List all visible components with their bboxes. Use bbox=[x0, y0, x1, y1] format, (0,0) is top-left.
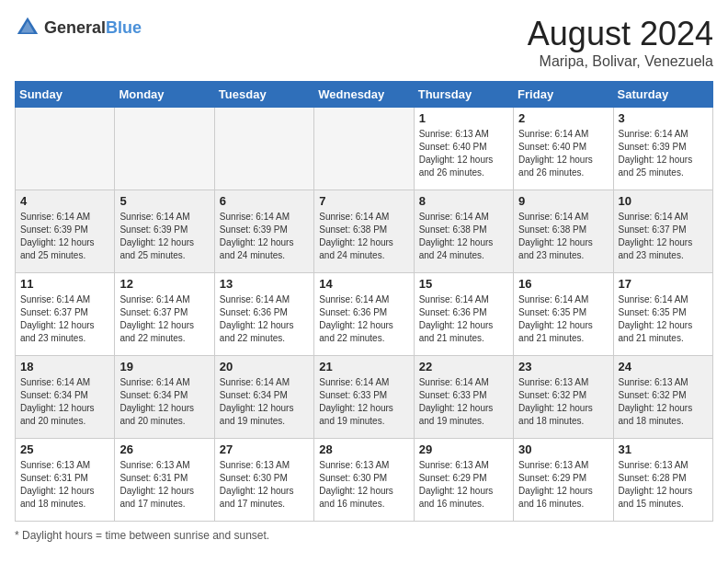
day-detail: Sunrise: 6:13 AM Sunset: 6:30 PM Dayligh… bbox=[220, 459, 309, 511]
day-detail: Sunrise: 6:14 AM Sunset: 6:33 PM Dayligh… bbox=[419, 376, 508, 428]
day-detail: Sunrise: 6:14 AM Sunset: 6:35 PM Dayligh… bbox=[518, 293, 608, 345]
day-detail: Sunrise: 6:14 AM Sunset: 6:39 PM Dayligh… bbox=[220, 211, 309, 262]
day-detail: Sunrise: 6:13 AM Sunset: 6:32 PM Dayligh… bbox=[518, 376, 608, 428]
day-detail: Sunrise: 6:14 AM Sunset: 6:36 PM Dayligh… bbox=[419, 293, 508, 345]
day-number: 23 bbox=[518, 360, 608, 373]
day-cell: 1Sunrise: 6:13 AM Sunset: 6:40 PM Daylig… bbox=[414, 108, 513, 190]
day-number: 17 bbox=[619, 277, 708, 291]
day-number: 16 bbox=[518, 277, 608, 291]
day-cell: 12Sunrise: 6:14 AM Sunset: 6:37 PM Dayli… bbox=[115, 273, 214, 356]
day-number: 14 bbox=[319, 277, 408, 291]
day-number: 22 bbox=[419, 360, 508, 373]
day-cell: 9Sunrise: 6:14 AM Sunset: 6:38 PM Daylig… bbox=[514, 190, 613, 273]
day-number: 11 bbox=[20, 277, 109, 291]
day-detail: Sunrise: 6:13 AM Sunset: 6:32 PM Dayligh… bbox=[619, 376, 708, 428]
day-cell: 20Sunrise: 6:14 AM Sunset: 6:34 PM Dayli… bbox=[214, 356, 313, 439]
logo-icon bbox=[15, 15, 40, 40]
day-cell: 15Sunrise: 6:14 AM Sunset: 6:36 PM Dayli… bbox=[414, 273, 513, 356]
day-header-tuesday: Tuesday bbox=[214, 82, 313, 108]
day-cell: 7Sunrise: 6:14 AM Sunset: 6:38 PM Daylig… bbox=[314, 190, 414, 273]
day-detail: Sunrise: 6:14 AM Sunset: 6:33 PM Dayligh… bbox=[319, 376, 408, 428]
day-cell: 30Sunrise: 6:13 AM Sunset: 6:29 PM Dayli… bbox=[514, 439, 613, 522]
day-cell: 27Sunrise: 6:13 AM Sunset: 6:30 PM Dayli… bbox=[214, 439, 313, 522]
day-header-thursday: Thursday bbox=[414, 82, 513, 108]
day-detail: Sunrise: 6:13 AM Sunset: 6:31 PM Dayligh… bbox=[119, 459, 209, 511]
day-header-saturday: Saturday bbox=[613, 82, 712, 108]
day-cell: 28Sunrise: 6:13 AM Sunset: 6:30 PM Dayli… bbox=[314, 439, 414, 522]
day-number: 5 bbox=[119, 194, 209, 208]
day-detail: Sunrise: 6:14 AM Sunset: 6:38 PM Dayligh… bbox=[419, 211, 508, 262]
day-number: 29 bbox=[419, 442, 508, 456]
day-detail: Sunrise: 6:14 AM Sunset: 6:34 PM Dayligh… bbox=[220, 376, 309, 428]
day-cell bbox=[214, 108, 313, 190]
day-detail: Sunrise: 6:13 AM Sunset: 6:40 PM Dayligh… bbox=[419, 128, 508, 179]
day-detail: Sunrise: 6:14 AM Sunset: 6:39 PM Dayligh… bbox=[619, 128, 708, 179]
day-cell: 29Sunrise: 6:13 AM Sunset: 6:29 PM Dayli… bbox=[414, 439, 513, 522]
footer-note: * Daylight hours = time between sunrise … bbox=[15, 529, 713, 542]
page-header: GeneralBlue August 2024 Maripa, Bolivar,… bbox=[15, 15, 713, 70]
day-detail: Sunrise: 6:14 AM Sunset: 6:36 PM Dayligh… bbox=[220, 293, 309, 345]
day-cell: 19Sunrise: 6:14 AM Sunset: 6:34 PM Dayli… bbox=[115, 356, 214, 439]
day-number: 27 bbox=[220, 442, 309, 456]
day-detail: Sunrise: 6:14 AM Sunset: 6:39 PM Dayligh… bbox=[20, 211, 109, 262]
logo-general-text: General bbox=[44, 18, 106, 37]
logo-blue-text: Blue bbox=[106, 18, 142, 37]
day-cell: 31Sunrise: 6:13 AM Sunset: 6:28 PM Dayli… bbox=[613, 439, 712, 522]
day-number: 28 bbox=[319, 442, 408, 456]
day-detail: Sunrise: 6:13 AM Sunset: 6:29 PM Dayligh… bbox=[419, 459, 508, 511]
day-cell: 4Sunrise: 6:14 AM Sunset: 6:39 PM Daylig… bbox=[16, 190, 115, 273]
day-detail: Sunrise: 6:14 AM Sunset: 6:40 PM Dayligh… bbox=[518, 128, 608, 179]
day-detail: Sunrise: 6:14 AM Sunset: 6:37 PM Dayligh… bbox=[619, 211, 708, 262]
day-number: 26 bbox=[119, 442, 209, 456]
day-detail: Sunrise: 6:14 AM Sunset: 6:38 PM Dayligh… bbox=[518, 211, 608, 262]
week-row-1: 1Sunrise: 6:13 AM Sunset: 6:40 PM Daylig… bbox=[16, 108, 713, 190]
day-number: 18 bbox=[20, 360, 109, 373]
day-number: 20 bbox=[220, 360, 309, 373]
day-number: 10 bbox=[619, 194, 708, 208]
day-cell: 24Sunrise: 6:13 AM Sunset: 6:32 PM Dayli… bbox=[613, 356, 712, 439]
day-number: 31 bbox=[619, 442, 708, 456]
week-row-4: 18Sunrise: 6:14 AM Sunset: 6:34 PM Dayli… bbox=[16, 356, 713, 439]
day-number: 4 bbox=[20, 194, 109, 208]
day-cell: 3Sunrise: 6:14 AM Sunset: 6:39 PM Daylig… bbox=[613, 108, 712, 190]
day-cell: 2Sunrise: 6:14 AM Sunset: 6:40 PM Daylig… bbox=[514, 108, 613, 190]
day-detail: Sunrise: 6:14 AM Sunset: 6:34 PM Dayligh… bbox=[20, 376, 109, 428]
day-number: 13 bbox=[220, 277, 309, 291]
day-header-monday: Monday bbox=[115, 82, 214, 108]
day-detail: Sunrise: 6:14 AM Sunset: 6:34 PM Dayligh… bbox=[119, 376, 209, 428]
day-number: 2 bbox=[518, 111, 608, 125]
day-detail: Sunrise: 6:13 AM Sunset: 6:29 PM Dayligh… bbox=[518, 459, 608, 511]
day-detail: Sunrise: 6:14 AM Sunset: 6:35 PM Dayligh… bbox=[619, 293, 708, 345]
day-cell: 13Sunrise: 6:14 AM Sunset: 6:36 PM Dayli… bbox=[214, 273, 313, 356]
day-detail: Sunrise: 6:13 AM Sunset: 6:31 PM Dayligh… bbox=[20, 459, 109, 511]
day-cell bbox=[115, 108, 214, 190]
day-cell: 5Sunrise: 6:14 AM Sunset: 6:39 PM Daylig… bbox=[115, 190, 214, 273]
day-header-wednesday: Wednesday bbox=[314, 82, 414, 108]
day-cell: 14Sunrise: 6:14 AM Sunset: 6:36 PM Dayli… bbox=[314, 273, 414, 356]
day-cell: 17Sunrise: 6:14 AM Sunset: 6:35 PM Dayli… bbox=[613, 273, 712, 356]
title-area: August 2024 Maripa, Bolivar, Venezuela bbox=[528, 15, 713, 70]
day-detail: Sunrise: 6:14 AM Sunset: 6:37 PM Dayligh… bbox=[20, 293, 109, 345]
day-cell: 8Sunrise: 6:14 AM Sunset: 6:38 PM Daylig… bbox=[414, 190, 513, 273]
week-row-5: 25Sunrise: 6:13 AM Sunset: 6:31 PM Dayli… bbox=[16, 439, 713, 522]
day-detail: Sunrise: 6:14 AM Sunset: 6:36 PM Dayligh… bbox=[319, 293, 408, 345]
day-number: 15 bbox=[419, 277, 508, 291]
day-number: 25 bbox=[20, 442, 109, 456]
day-detail: Sunrise: 6:14 AM Sunset: 6:38 PM Dayligh… bbox=[319, 211, 408, 262]
week-row-2: 4Sunrise: 6:14 AM Sunset: 6:39 PM Daylig… bbox=[16, 190, 713, 273]
location-subtitle: Maripa, Bolivar, Venezuela bbox=[528, 53, 713, 70]
day-number: 21 bbox=[319, 360, 408, 373]
day-number: 1 bbox=[419, 111, 508, 125]
day-number: 3 bbox=[619, 111, 708, 125]
day-number: 9 bbox=[518, 194, 608, 208]
day-cell: 16Sunrise: 6:14 AM Sunset: 6:35 PM Dayli… bbox=[514, 273, 613, 356]
day-cell: 11Sunrise: 6:14 AM Sunset: 6:37 PM Dayli… bbox=[16, 273, 115, 356]
day-cell: 18Sunrise: 6:14 AM Sunset: 6:34 PM Dayli… bbox=[16, 356, 115, 439]
day-cell: 21Sunrise: 6:14 AM Sunset: 6:33 PM Dayli… bbox=[314, 356, 414, 439]
logo: GeneralBlue bbox=[15, 15, 142, 40]
day-detail: Sunrise: 6:13 AM Sunset: 6:30 PM Dayligh… bbox=[319, 459, 408, 511]
day-detail: Sunrise: 6:14 AM Sunset: 6:37 PM Dayligh… bbox=[119, 293, 209, 345]
day-detail: Sunrise: 6:14 AM Sunset: 6:39 PM Dayligh… bbox=[119, 211, 209, 262]
day-cell: 26Sunrise: 6:13 AM Sunset: 6:31 PM Dayli… bbox=[115, 439, 214, 522]
day-header-sunday: Sunday bbox=[16, 82, 115, 108]
